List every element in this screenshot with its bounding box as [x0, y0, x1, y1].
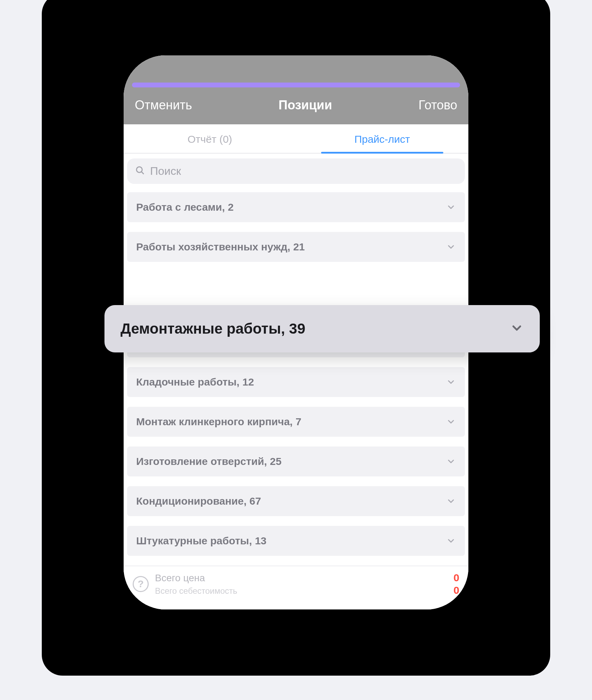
- category-item[interactable]: Кондиционирование, 67: [127, 486, 465, 516]
- chevron-down-icon: [446, 417, 456, 427]
- category-item-highlight[interactable]: Демонтажные работы, 39: [104, 305, 540, 352]
- category-item[interactable]: Кладочные работы, 12: [127, 367, 465, 397]
- done-button[interactable]: Готово: [419, 98, 457, 112]
- chevron-down-icon: [446, 496, 456, 506]
- category-item[interactable]: Монтаж клинкерного кирпича, 7: [127, 407, 465, 437]
- page-title: Позиции: [279, 98, 332, 112]
- category-item[interactable]: Изготовление отверстий, 25: [127, 446, 465, 476]
- category-label: Работы хозяйственных нужд, 21: [136, 241, 305, 253]
- category-label: Изготовление отверстий, 25: [136, 456, 281, 467]
- search-input[interactable]: [150, 165, 457, 178]
- category-label: Демонтажные работы, 39: [120, 320, 305, 337]
- total-cost-value: 0: [453, 584, 459, 596]
- search-container: [124, 154, 468, 192]
- category-label: Кладочные работы, 12: [136, 376, 254, 388]
- category-item[interactable]: Работы хозяйственных нужд, 21: [127, 232, 465, 262]
- svg-line-1: [141, 172, 143, 174]
- chevron-down-icon: [446, 377, 456, 387]
- chevron-down-icon: [510, 321, 524, 336]
- tabs: Отчёт (0) Прайс-лист: [124, 124, 468, 154]
- total-price-label: Всего цена: [155, 573, 205, 584]
- tab-pricelist[interactable]: Прайс-лист: [296, 124, 468, 153]
- nav-bar: Отменить Позиции Готово: [124, 87, 468, 124]
- header-area: Отменить Позиции Готово: [124, 55, 468, 124]
- category-label: Работа с лесами, 2: [136, 201, 234, 213]
- total-price-value: 0: [453, 572, 459, 584]
- chevron-down-icon: [446, 202, 456, 212]
- help-icon[interactable]: ?: [133, 576, 149, 592]
- total-cost-label: Всего себестоимость: [155, 586, 237, 596]
- category-item[interactable]: Штукатурные работы, 13: [127, 526, 465, 556]
- category-item[interactable]: Работа с лесами, 2: [127, 192, 465, 222]
- search-field[interactable]: [127, 158, 465, 184]
- search-icon: [135, 165, 145, 177]
- category-label: Монтаж клинкерного кирпича, 7: [136, 416, 301, 428]
- tab-report[interactable]: Отчёт (0): [124, 124, 296, 153]
- footer-totals: ? Всего цена 0 Всего себестоимость 0: [124, 566, 468, 609]
- category-label: Штукатурные работы, 13: [136, 535, 266, 547]
- chevron-down-icon: [446, 242, 456, 252]
- totals-block: Всего цена 0 Всего себестоимость 0: [155, 572, 459, 596]
- category-label: Кондиционирование, 67: [136, 495, 261, 507]
- category-list: Работа с лесами, 2 Работы хозяйственных …: [124, 192, 468, 556]
- chevron-down-icon: [446, 536, 456, 546]
- cancel-button[interactable]: Отменить: [135, 98, 192, 112]
- accent-bar: [132, 83, 460, 87]
- chevron-down-icon: [446, 457, 456, 466]
